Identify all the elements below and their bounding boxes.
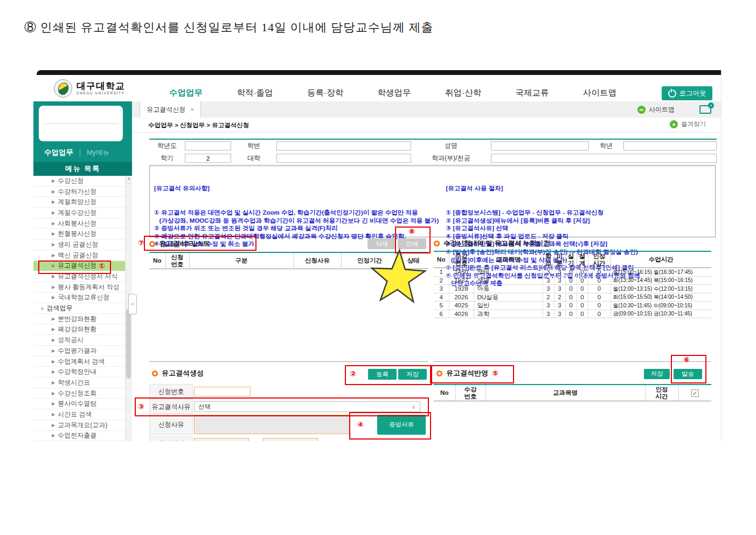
sidebar-item-1[interactable]: ▶수강허가신청: [33, 187, 126, 197]
university-logo[interactable]: 대구대학교 DAEGU UNIVERSITY: [54, 79, 125, 98]
year-input[interactable]: [185, 141, 231, 150]
sidebar-item-7[interactable]: ▶백신 공결신청: [33, 250, 126, 261]
sidebar-item-21[interactable]: ▶봉사이수열람: [33, 399, 126, 409]
college-input[interactable]: [276, 154, 411, 163]
scrollbar-up-arrow[interactable]: ∧: [126, 176, 132, 183]
sidebar-tab-class-work[interactable]: 수업업무: [44, 148, 73, 157]
column-header: 신청사유: [294, 252, 341, 269]
nav-item-5[interactable]: 국제교류: [516, 87, 549, 99]
sidebar-item-22[interactable]: ▶시간표 검색: [33, 409, 126, 420]
calendar-icon[interactable]: ▦: [310, 440, 315, 441]
sidebar-item-4[interactable]: ▶사회봉사신청: [33, 218, 126, 229]
notice-line: ② 증빙서류가 위조 또는 변조된 것일 경우 해당 교과목 실격(F)처리: [154, 224, 440, 232]
sidebar-item-14[interactable]: ▶폐강강좌현황: [33, 325, 126, 335]
save-button-create[interactable]: 저장: [398, 369, 427, 380]
sidebar-item-16[interactable]: ▶수업평가결과: [33, 346, 126, 356]
sidebar-item-10[interactable]: ▶봉사 활동계획서 작성: [33, 282, 126, 293]
table-cell: 1927: [449, 276, 474, 285]
table-row[interactable]: 31928아동33000월(12:00~13:15) 수(12:00~13:15…: [434, 285, 711, 293]
table-cell: 0: [565, 285, 577, 293]
table-row[interactable]: 21927생명33000화(13:30~14:45) 목(15:00~16:15…: [434, 276, 711, 285]
save-button-apply[interactable]: 저장: [644, 369, 670, 379]
favorite-button[interactable]: ★ 즐겨찾기: [670, 120, 706, 128]
sidebar-item-6[interactable]: ▶생리 공결신청: [33, 239, 126, 250]
table-cell: 5: [434, 301, 449, 310]
enroll-section-title: 수강신청내역 및 유고결석 누적시간: [443, 239, 550, 248]
table-cell: 생명: [474, 276, 543, 285]
period-label: 인정기간: [149, 436, 193, 441]
table-cell: 0: [577, 310, 588, 318]
select-all-checkbox[interactable]: ✓: [691, 389, 699, 397]
window-close-icon[interactable]: [699, 105, 711, 114]
appno-input[interactable]: [194, 387, 251, 396]
sidebar-item-23[interactable]: ▶교과목개요(교과): [33, 420, 126, 431]
sidebar-item-5[interactable]: ▶헌혈봉사신청: [33, 229, 126, 239]
table-cell: 0: [565, 310, 577, 318]
name-input[interactable]: [491, 141, 589, 150]
sidebar-collapse-button[interactable]: <: [128, 294, 137, 314]
column-header: 교과목명: [474, 251, 543, 268]
sidebar-item-13[interactable]: ▶분반강좌현황: [33, 314, 126, 325]
sidebar-item-12[interactable]: ∨검색업무: [33, 303, 126, 314]
calendar-icon[interactable]: ▦: [241, 440, 246, 441]
table-cell: 1: [434, 268, 449, 277]
nav-item-4[interactable]: 취업·산학: [445, 87, 481, 99]
nav-item-3[interactable]: 학생업무: [378, 87, 411, 99]
nav-item-0[interactable]: 수업업무: [169, 87, 203, 99]
notice-right-title: [유고결석 사용 절차]: [446, 184, 712, 193]
sidebar-item-0[interactable]: ▶수강신청: [33, 176, 126, 187]
table-cell: 화(13:30~14:45) 목(15:00~16:15): [611, 276, 711, 285]
table-row[interactable]: 54025일반33000월(10:30~11:45) 수(09:00~10:15…: [434, 301, 711, 310]
sidebar-item-19[interactable]: ▶학생시간표: [33, 378, 126, 388]
table-cell: 2026: [449, 293, 474, 301]
table-row[interactable]: 64026과학33000금(09:00~10:15) 금(10:30~11:45…: [434, 310, 711, 318]
sidebar-item-20[interactable]: ▶수강신청조회: [33, 388, 126, 399]
nav-item-2[interactable]: 등록·장학: [307, 87, 343, 99]
print-button[interactable]: 인쇄: [398, 238, 426, 249]
period-start-input[interactable]: ▦: [194, 438, 249, 441]
sidebar-item-9[interactable]: ▶유고결석신청서 서식: [33, 271, 126, 282]
table-cell: 3: [543, 285, 554, 293]
sidebar-item-8[interactable]: ▶유고결석신청①: [33, 261, 126, 272]
detail-textarea[interactable]: [194, 415, 350, 434]
sidebar-item-24[interactable]: ▶수업전자출결: [33, 431, 126, 442]
tab-close-icon[interactable]: ×: [190, 106, 193, 113]
menu-list-header: 메뉴 목록: [33, 162, 132, 176]
major-label: 학과(부)/전공: [411, 152, 491, 164]
sidebar-item-15[interactable]: ▶성적공시: [33, 335, 126, 346]
scrollbar-thumb[interactable]: [126, 308, 131, 379]
send-button[interactable]: 발송: [674, 369, 702, 379]
semester-input[interactable]: [185, 154, 231, 163]
period-end-input[interactable]: ▦: [263, 438, 318, 441]
sidebar-menu: ▶수강신청▶수강허가신청▶계절희망신청▶계절수강신청▶사회봉사신청▶헌혈봉사신청…: [33, 176, 126, 441]
sidebar-item-2[interactable]: ▶계절희망신청: [33, 197, 126, 208]
column-header: 수업시간: [611, 251, 711, 268]
table-row[interactable]: 11450생태33000월(15:00~16:15) 월(16:30~17:45…: [434, 268, 711, 277]
sidebar-item-3[interactable]: ▶계절수강신청: [33, 208, 126, 218]
sidebar-tab-mymenu[interactable]: My메뉴: [87, 148, 109, 157]
tab-bar: 유고결석신청 × m 사이트맵: [132, 101, 721, 118]
column-header: No: [434, 251, 449, 268]
sidebar-item-11[interactable]: ▶국내학점교류신청: [33, 293, 126, 304]
logout-button[interactable]: 로그아웃: [662, 86, 712, 100]
table-cell: 3: [543, 310, 554, 318]
major-input[interactable]: [491, 154, 717, 163]
sitemap-link[interactable]: m 사이트맵: [637, 105, 675, 114]
annotation-8: ⑧: [408, 227, 415, 236]
register-button[interactable]: 등록: [368, 369, 397, 380]
table-cell: 0: [577, 268, 588, 277]
grade-input[interactable]: [623, 141, 717, 150]
studentno-input[interactable]: [276, 141, 411, 150]
sidebar-item-18[interactable]: ▶수강학점안내: [33, 367, 126, 378]
sidebar-item-17[interactable]: ▶수업계획서 검색: [33, 356, 126, 367]
table-row[interactable]: 42026DU실용22000화(15:00~15:50) 목(14:00~14:…: [434, 293, 711, 301]
tab-absence-application[interactable]: 유고결석신청 ×: [140, 101, 201, 118]
reason-select[interactable]: 선택 ∨: [194, 401, 420, 412]
reason-select-value: 선택: [198, 403, 211, 411]
annotation-3: ③: [138, 402, 144, 411]
nav-item-6[interactable]: 사이트맵: [583, 87, 616, 99]
name-label: 성명: [411, 140, 491, 152]
nav-item-1[interactable]: 학적·졸업: [237, 87, 273, 99]
attach-button[interactable]: 증빙서류: [377, 415, 426, 435]
logo-subtitle: DAEGU UNIVERSITY: [77, 91, 125, 95]
